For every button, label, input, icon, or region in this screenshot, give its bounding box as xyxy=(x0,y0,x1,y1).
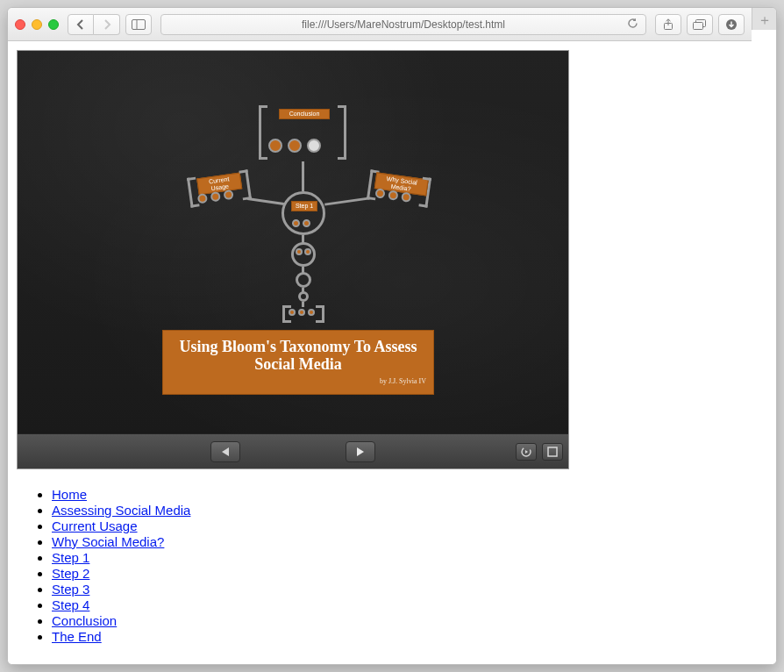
prezi-fullscreen-button[interactable] xyxy=(542,443,563,461)
url-text: file:///Users/MareNostrum/Desktop/test.h… xyxy=(302,18,505,31)
node-dot xyxy=(288,139,302,153)
node-dot xyxy=(197,193,208,204)
prezi-prev-button[interactable] xyxy=(210,441,240,462)
node-dot xyxy=(292,219,300,227)
prezi-autoplay-button[interactable] xyxy=(516,443,537,461)
nav-link-step1[interactable]: Step 1 xyxy=(52,550,89,565)
list-item: Step 1 xyxy=(52,550,767,565)
node-label-top: Conclusion xyxy=(279,109,330,119)
new-tab-button[interactable]: ＋ xyxy=(752,8,776,30)
node-dot xyxy=(307,139,321,153)
list-item: Current Usage xyxy=(52,518,767,533)
node-dot xyxy=(401,192,411,203)
node-dot xyxy=(308,309,315,316)
browser-window: file:///Users/MareNostrum/Desktop/test.h… xyxy=(7,7,777,665)
share-button[interactable] xyxy=(655,14,681,35)
node-dot xyxy=(296,248,303,255)
prezi-controls xyxy=(18,433,568,468)
prezi-title-card: Using Bloom's Taxonomy To Assess Social … xyxy=(162,330,434,395)
page-nav-list: Home Assessing Social Media Current Usag… xyxy=(52,487,767,644)
list-item: Home xyxy=(52,487,767,502)
node-dot xyxy=(374,188,385,198)
nav-link-home[interactable]: Home xyxy=(52,487,87,502)
list-item: Step 3 xyxy=(52,582,767,597)
nav-link-why[interactable]: Why Social Media? xyxy=(52,534,164,549)
nav-link-step3[interactable]: Step 3 xyxy=(52,582,89,597)
nav-buttons xyxy=(68,14,120,35)
forward-button[interactable] xyxy=(94,14,120,35)
node-dot xyxy=(304,248,311,255)
prezi-title: Using Bloom's Taxonomy To Assess Social … xyxy=(170,338,426,374)
svg-rect-0 xyxy=(132,19,146,29)
svg-rect-4 xyxy=(694,22,703,29)
nav-link-assessing[interactable]: Assessing Social Media xyxy=(52,503,190,518)
prezi-embed[interactable]: Conclusion Current Usage xyxy=(17,50,569,469)
node-dot xyxy=(298,309,305,316)
prezi-next-button[interactable] xyxy=(346,441,375,462)
list-item: Why Social Media? xyxy=(52,534,767,549)
nav-link-step4[interactable]: Step 4 xyxy=(52,597,89,612)
node-label-center: Step 1 xyxy=(291,201,317,211)
list-item: The End xyxy=(52,629,767,644)
prezi-byline: by J.J. Sylvia IV xyxy=(170,377,426,385)
node-dot xyxy=(210,191,221,202)
right-toolbar xyxy=(655,14,745,35)
close-icon[interactable] xyxy=(15,19,25,30)
node-dot xyxy=(388,189,398,200)
zoom-icon[interactable] xyxy=(48,19,59,30)
nav-link-conclusion[interactable]: Conclusion xyxy=(52,613,117,628)
tabs-button[interactable] xyxy=(687,14,713,35)
node-dot xyxy=(268,139,282,153)
url-bar[interactable]: file:///Users/MareNostrum/Desktop/test.h… xyxy=(160,14,646,35)
reload-icon[interactable] xyxy=(627,18,638,32)
back-button[interactable] xyxy=(68,14,94,35)
svg-rect-7 xyxy=(548,447,557,456)
list-item: Step 2 xyxy=(52,566,767,581)
prezi-canvas[interactable]: Conclusion Current Usage xyxy=(18,51,568,433)
node-dot xyxy=(303,219,310,227)
node-dot xyxy=(223,189,233,200)
downloads-button[interactable] xyxy=(718,14,745,35)
minimize-icon[interactable] xyxy=(32,19,42,30)
sidebar-toggle-button[interactable] xyxy=(125,14,152,35)
titlebar: file:///Users/MareNostrum/Desktop/test.h… xyxy=(8,8,752,41)
list-item: Assessing Social Media xyxy=(52,503,767,518)
list-item: Step 4 xyxy=(52,597,767,612)
page-content: Conclusion Current Usage xyxy=(8,41,776,664)
nav-link-end[interactable]: The End xyxy=(52,629,102,644)
node-dot xyxy=(289,309,296,316)
nav-link-step2[interactable]: Step 2 xyxy=(52,566,89,581)
traffic-lights xyxy=(15,19,59,30)
nav-link-current-usage[interactable]: Current Usage xyxy=(52,518,138,533)
list-item: Conclusion xyxy=(52,613,767,628)
